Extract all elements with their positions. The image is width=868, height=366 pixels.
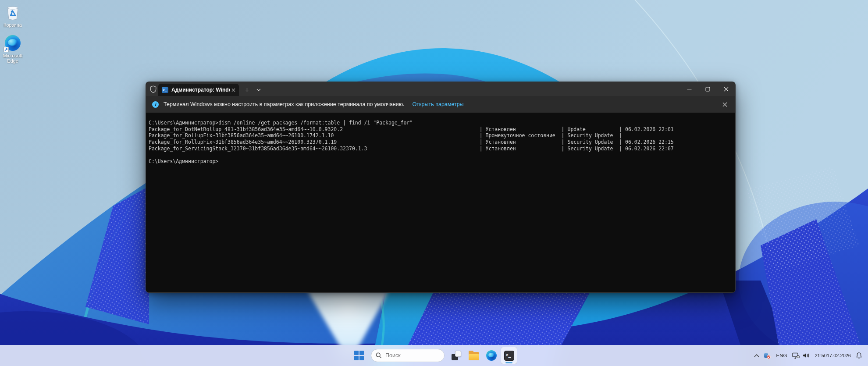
file-explorer-button[interactable] bbox=[466, 347, 482, 364]
windows-logo-icon bbox=[354, 351, 364, 360]
terminal-line: Package_for_ServicingStack_32370~31bf385… bbox=[149, 146, 735, 152]
terminal-button-active[interactable]: >_ bbox=[501, 347, 517, 364]
volume-icon bbox=[803, 352, 810, 359]
notification-center-button[interactable] bbox=[854, 348, 864, 363]
start-button[interactable] bbox=[351, 347, 367, 364]
tray-date: 17.02.2026 bbox=[827, 353, 851, 359]
network-icon bbox=[792, 352, 800, 359]
search-icon bbox=[376, 352, 382, 359]
minimize-button[interactable] bbox=[680, 82, 698, 96]
tab-title: Администратор: Windows Po bbox=[171, 87, 230, 93]
device-error-icon bbox=[764, 352, 771, 359]
window-titlebar[interactable]: >_ Администратор: Windows Po bbox=[146, 82, 735, 96]
desktop: Корзина Microsoft Edge >_ Администратор:… bbox=[0, 0, 868, 366]
edge-logo-icon bbox=[0, 34, 25, 52]
terminal-output[interactable]: C:\Users\Администратор>dism /online /get… bbox=[146, 113, 735, 292]
terminal-line: Package_for_RollupFix~31bf3856ad364e35~a… bbox=[149, 132, 735, 139]
banner-close-icon[interactable] bbox=[720, 100, 729, 109]
terminal-line bbox=[149, 152, 735, 159]
desktop-icon-microsoft-edge[interactable]: Microsoft Edge bbox=[0, 34, 25, 64]
recycle-bin-icon bbox=[0, 4, 25, 21]
new-tab-button[interactable] bbox=[241, 85, 253, 95]
tab-dropdown-button[interactable] bbox=[253, 85, 264, 95]
tray-time: 21:50 bbox=[815, 353, 827, 359]
tray-show-hidden-icons[interactable] bbox=[752, 348, 761, 363]
clock[interactable]: 21:50 17.02.2026 bbox=[812, 348, 854, 363]
language-indicator[interactable]: ENG bbox=[773, 348, 790, 363]
shortcut-arrow-icon bbox=[4, 47, 9, 52]
task-view-icon bbox=[452, 351, 461, 360]
edge-button[interactable] bbox=[483, 347, 500, 364]
close-button[interactable] bbox=[717, 82, 735, 96]
desktop-icon-label: Корзина bbox=[0, 22, 25, 28]
powershell-icon: >_ bbox=[162, 87, 168, 93]
default-terminal-banner: i Терминал Windows можно настроить в пар… bbox=[146, 96, 735, 113]
terminal-window: >_ Администратор: Windows Po bbox=[146, 82, 736, 293]
terminal-line: C:\Users\Администратор>dism /online /get… bbox=[149, 120, 735, 126]
network-volume-button[interactable] bbox=[790, 348, 812, 363]
file-explorer-icon bbox=[469, 352, 479, 360]
taskbar-search[interactable] bbox=[371, 349, 445, 362]
terminal-line: Package_for_DotNetRollup_481~31bf3856ad3… bbox=[149, 126, 735, 133]
desktop-icon-recycle-bin[interactable]: Корзина bbox=[0, 4, 25, 28]
search-input[interactable] bbox=[385, 352, 434, 359]
admin-shield-icon bbox=[150, 85, 157, 93]
notification-bell-icon bbox=[856, 352, 862, 359]
terminal-line: C:\Users\Администратор> bbox=[149, 158, 735, 165]
task-view-button[interactable] bbox=[448, 347, 465, 364]
open-settings-link[interactable]: Открыть параметры bbox=[413, 101, 464, 107]
terminal-line: Package_for_RollupFix~31bf3856ad364e35~a… bbox=[149, 139, 735, 146]
desktop-icon-label: Microsoft Edge bbox=[0, 53, 25, 64]
chevron-up-icon bbox=[754, 354, 759, 357]
taskbar: >_ ENG bbox=[0, 345, 868, 366]
banner-text: Терминал Windows можно настроить в парам… bbox=[164, 101, 405, 107]
tab-close-icon[interactable] bbox=[230, 86, 236, 94]
edge-icon bbox=[486, 350, 497, 361]
maximize-button[interactable] bbox=[698, 82, 717, 96]
info-icon: i bbox=[152, 101, 159, 108]
tray-device-status[interactable] bbox=[761, 348, 773, 363]
tab-admin-powershell[interactable]: >_ Администратор: Windows Po bbox=[158, 84, 239, 96]
terminal-icon: >_ bbox=[504, 351, 514, 361]
